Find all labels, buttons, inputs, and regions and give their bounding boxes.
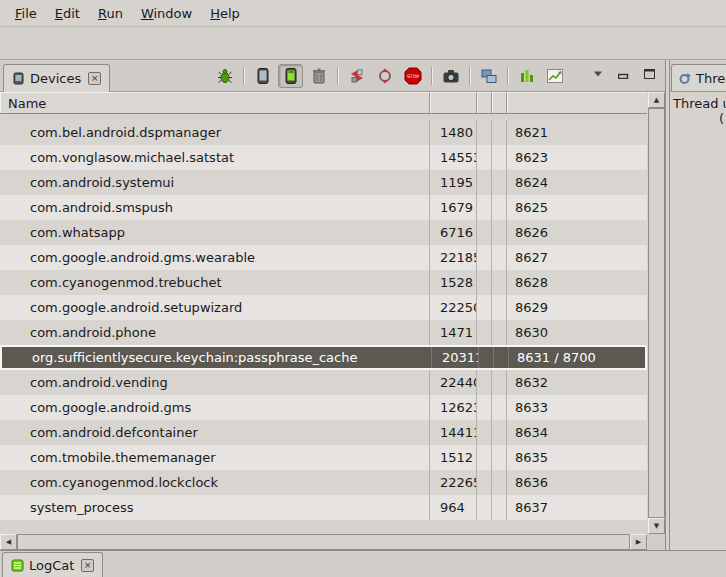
- spacer-cell: [492, 195, 507, 220]
- spacer-cell: [492, 395, 507, 420]
- cause-gc-icon[interactable]: [306, 64, 331, 88]
- debug-process-icon[interactable]: [212, 64, 237, 88]
- spacer-cell: [492, 445, 507, 470]
- spacer-cell: [477, 145, 492, 170]
- scroll-left-icon[interactable]: ◀: [0, 534, 17, 550]
- close-icon[interactable]: ×: [88, 72, 101, 85]
- view-menu-icon[interactable]: [593, 70, 603, 78]
- process-port: 8624: [507, 170, 647, 195]
- start-method-profiling-icon[interactable]: [372, 64, 397, 88]
- threads-tabbar: Threa: [670, 60, 726, 92]
- table-row[interactable]: com.bel.android.dspmanager 1480 8621: [0, 120, 647, 145]
- table-row[interactable]: com.google.android.setupwizard 22250 862…: [0, 295, 647, 320]
- spacer-cell: [492, 170, 507, 195]
- process-port: 8621: [507, 120, 647, 145]
- spacer-cell: [492, 370, 507, 395]
- spacer-cell: [477, 445, 492, 470]
- devices-panel-controls: [593, 69, 655, 79]
- process-name: com.cyanogenmod.trebuchet: [0, 270, 430, 295]
- process-pid: 1528: [430, 270, 477, 295]
- table-row[interactable]: org.sufficientlysecure.keychain:passphra…: [0, 345, 647, 370]
- stop-process-icon[interactable]: STOP: [400, 64, 425, 88]
- table-row[interactable]: com.android.vending 22440 8632: [0, 370, 647, 395]
- menu-item[interactable]: Edit: [46, 3, 89, 24]
- process-name: system_process: [0, 495, 430, 520]
- spacer-cell: [477, 395, 492, 420]
- tab-logcat-label: LogCat: [29, 558, 74, 573]
- spacer-cell: [477, 370, 492, 395]
- process-name: com.google.android.gms.wearable: [0, 245, 430, 270]
- update-threads-icon[interactable]: [344, 64, 369, 88]
- devices-tabbar: Devices ×: [0, 60, 665, 92]
- process-name: com.tmobile.thememanager: [0, 445, 430, 470]
- menu-item[interactable]: Help: [201, 3, 249, 24]
- table-row[interactable]: system_process 964 8637: [0, 495, 647, 520]
- threads-icon: [678, 72, 691, 85]
- spacer-cell: [477, 470, 492, 495]
- view-ui-hierarchy-icon[interactable]: [476, 64, 501, 88]
- horizontal-scrollbar[interactable]: ◀ ▶: [0, 534, 647, 550]
- column-header-spacer[interactable]: [492, 92, 507, 113]
- spacer-cell: [477, 495, 492, 520]
- vertical-scrollbar[interactable]: ▲ ▼: [648, 92, 665, 534]
- menu-item[interactable]: File: [6, 3, 46, 24]
- threads-message-line1: Thread up: [673, 96, 726, 111]
- table-row[interactable]: com.cyanogenmod.lockclock 22265 8636: [0, 470, 647, 495]
- tab-threads[interactable]: Threa: [671, 64, 726, 92]
- table-row[interactable]: com.android.systemui 1195 8624: [0, 170, 647, 195]
- table-row[interactable]: com.google.android.gms.wearable 22185 86…: [0, 245, 647, 270]
- spacer-cell: [492, 245, 507, 270]
- menu-bar: File Edit Run Window Help: [0, 0, 726, 27]
- devices-toolbar: STOP: [212, 63, 567, 89]
- scroll-up-icon[interactable]: ▲: [648, 92, 665, 108]
- process-port: 8627: [507, 245, 647, 270]
- scroll-right-icon[interactable]: ▶: [630, 534, 647, 550]
- screen-capture-icon[interactable]: [438, 64, 463, 88]
- menu-item[interactable]: Run: [89, 3, 132, 24]
- spacer-cell: [477, 420, 492, 445]
- spacer-cell: [492, 420, 507, 445]
- scroll-down-icon[interactable]: ▼: [648, 518, 665, 534]
- process-name: org.sufficientlysecure.keychain:passphra…: [2, 347, 432, 368]
- process-port: 8625: [507, 195, 647, 220]
- tab-devices-label: Devices: [30, 71, 81, 86]
- horizontal-scroll-thumb[interactable]: [17, 534, 630, 550]
- table-row[interactable]: com.android.smspush 1679 8625: [0, 195, 647, 220]
- table-row[interactable]: com.cyanogenmod.trebuchet 1528 8628: [0, 270, 647, 295]
- table-row[interactable]: com.android.defcontainer 14411 8634: [0, 420, 647, 445]
- table-row[interactable]: com.google.android.gms 12623 8633: [0, 395, 647, 420]
- maximize-icon[interactable]: [644, 69, 655, 79]
- table-row[interactable]: com.android.phone 1471 8630: [0, 320, 647, 345]
- column-header-spacer[interactable]: [477, 92, 492, 113]
- column-header-name[interactable]: Name: [0, 92, 430, 113]
- process-name: com.android.vending: [0, 370, 430, 395]
- close-icon[interactable]: ×: [81, 559, 94, 572]
- vertical-scroll-thumb[interactable]: [648, 108, 665, 518]
- table-row[interactable]: com.vonglasow.michael.satstat 14553 8623: [0, 145, 647, 170]
- tab-devices[interactable]: Devices ×: [3, 64, 110, 92]
- spacer-cell: [492, 220, 507, 245]
- spacer-cell: [492, 295, 507, 320]
- process-pid: 964: [430, 495, 477, 520]
- tab-logcat[interactable]: LogCat ×: [2, 552, 103, 577]
- spacer-cell: [492, 320, 507, 345]
- main-area: Devices ×: [0, 60, 726, 550]
- column-header-pid[interactable]: [430, 92, 477, 113]
- update-heap-icon[interactable]: [250, 64, 275, 88]
- spacer-cell: [477, 170, 492, 195]
- dump-hprof-icon[interactable]: [278, 64, 303, 88]
- spacer-cell: [477, 245, 492, 270]
- menu-item[interactable]: Window: [132, 3, 201, 24]
- toolbar-separator: [431, 67, 432, 85]
- column-header-port[interactable]: [507, 92, 647, 113]
- process-port: 8636: [507, 470, 647, 495]
- table-row[interactable]: com.whatsapp 6716 8626: [0, 220, 647, 245]
- device-icon: [12, 72, 25, 85]
- minimize-icon[interactable]: [618, 69, 629, 79]
- process-port: 8629: [507, 295, 647, 320]
- process-pid: 14553: [430, 145, 477, 170]
- process-port: 8631 / 8700: [509, 347, 645, 368]
- table-row[interactable]: com.tmobile.thememanager 1512 8635: [0, 445, 647, 470]
- sysinfo-icon[interactable]: [514, 64, 539, 88]
- network-statistics-icon[interactable]: [542, 64, 567, 88]
